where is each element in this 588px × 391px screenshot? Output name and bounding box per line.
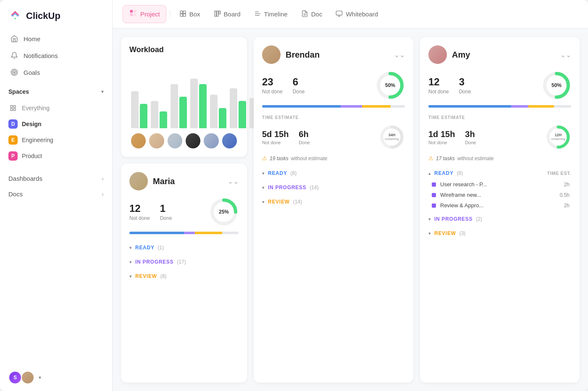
amy-not-done-label: Not done: [428, 89, 449, 95]
amy-done-number: 3: [459, 76, 471, 88]
amy-task-time-1: 2h: [564, 182, 570, 188]
maria-inprogress-header[interactable]: ▾ IN PROGRESS (17): [129, 256, 239, 268]
logo-area: ClickUp: [0, 0, 112, 30]
maria-review-header[interactable]: ▾ REVIEW (8): [129, 270, 239, 282]
svg-rect-9: [13, 108, 16, 111]
workload-title: Workload: [129, 45, 239, 54]
amy-d-time: 3h Done: [465, 129, 476, 145]
svg-rect-8: [10, 108, 13, 111]
tab-whiteboard[interactable]: Whiteboard: [330, 7, 384, 22]
tab-timeline[interactable]: Timeline: [248, 7, 294, 22]
docs-chevron-icon: ›: [102, 190, 104, 198]
sidebar-item-home[interactable]: Home: [5, 30, 107, 47]
amy-nd-time-label: Not done: [428, 140, 455, 145]
brendan-warning-tasks[interactable]: 19 tasks: [270, 156, 289, 161]
brendan-d-time-label: Done: [299, 140, 310, 145]
spaces-header: Spaces ▾: [8, 88, 104, 95]
docs-label: Docs: [8, 190, 23, 198]
maria-not-done: 12 Not done: [129, 203, 150, 221]
footer-chevron-icon[interactable]: ▾: [39, 375, 41, 380]
maria-ready-count: (1): [158, 245, 164, 251]
bar-green: [179, 97, 187, 128]
spaces-chevron-icon[interactable]: ▾: [101, 89, 104, 95]
dashboards-chevron-icon: ›: [102, 175, 104, 182]
amy-header: Amy ⌄⌄: [428, 45, 571, 64]
bar-gray: [230, 88, 237, 128]
brendan-name: Brendan: [286, 50, 320, 60]
tab-box[interactable]: Box: [173, 7, 206, 22]
maria-header: Maria ⌄⌄: [129, 172, 239, 190]
svg-rect-18: [215, 11, 216, 16]
dashboards-label: Dashboards: [8, 175, 42, 182]
bar-gray: [190, 79, 198, 128]
workload-chart: [129, 61, 239, 128]
sidebar-item-docs[interactable]: Docs ›: [0, 186, 112, 202]
svg-rect-20: [219, 11, 220, 14]
sidebar-item-everything[interactable]: Everything: [3, 100, 109, 116]
sidebar-item-notifications[interactable]: Notifications: [5, 47, 107, 64]
doc-tab-icon: [301, 10, 308, 18]
amy-inprogress-header[interactable]: ▾ IN PROGRESS (2): [428, 213, 571, 225]
amy-collapse-button[interactable]: ⌄⌄: [560, 51, 571, 59]
brendan-time-section: TIME ESTIMATE 5d 15h Not done 6h Done: [262, 115, 405, 150]
top-nav: Project Box Board Timeline Doc: [113, 0, 588, 29]
whiteboard-tab-icon: [336, 10, 343, 18]
brendan-collapse-button[interactable]: ⌄⌄: [394, 51, 405, 59]
engineering-label: Engineering: [22, 137, 53, 143]
amy-task-row-1[interactable]: User research - P... 2h: [430, 179, 571, 190]
maria-info: Maria: [129, 172, 175, 190]
home-icon: [10, 34, 18, 43]
brendan-ready-header[interactable]: ▾ READY (8): [262, 167, 405, 179]
user-avatar-s[interactable]: S: [8, 371, 22, 384]
sidebar-item-goals[interactable]: Goals: [5, 64, 107, 81]
user-avatar-secondary[interactable]: [21, 371, 34, 384]
timeline-tab-icon: [254, 10, 261, 18]
goals-label: Goals: [24, 69, 40, 76]
amy-time-label: TIME ESTIMATE: [428, 115, 571, 120]
brendan-done-label: Done: [293, 89, 305, 95]
maria-ready-header[interactable]: ▾ READY (1): [129, 242, 239, 254]
bar-green: [219, 108, 226, 128]
workload-avatar-2: [149, 133, 164, 148]
sidebar-item-product[interactable]: P Product: [3, 148, 109, 164]
amy-time-row: 1d 15h Not done 3h Done 12H remaining: [428, 124, 571, 150]
svg-rect-6: [10, 106, 13, 108]
amy-task-row-2[interactable]: Wireframe new... 0.5h: [430, 190, 571, 200]
tab-doc[interactable]: Doc: [295, 7, 328, 22]
svg-rect-13: [134, 13, 136, 16]
tab-divider-1: [170, 10, 170, 18]
svg-rect-17: [183, 14, 186, 16]
amy-task-row-3[interactable]: Review & Appro... 2h: [430, 200, 571, 211]
brendan-review-header[interactable]: ▾ REVIEW (14): [262, 196, 405, 208]
brendan-not-done-label: Not done: [262, 89, 283, 95]
brendan-nd-time-label: Not done: [262, 140, 289, 145]
sidebar-item-engineering[interactable]: E Engineering: [3, 132, 109, 148]
tab-project[interactable]: Project: [123, 5, 166, 23]
amy-warning-tasks[interactable]: 17 tasks: [436, 156, 455, 161]
doc-tab-label: Doc: [311, 11, 323, 18]
svg-rect-14: [180, 11, 183, 13]
brendan-progress-bar: [262, 105, 405, 108]
amy-review-header[interactable]: ▾ REVIEW (3): [428, 227, 571, 239]
bar-green: [239, 101, 246, 128]
amy-ready-header[interactable]: ▴ READY (8) TIME EST.: [428, 167, 571, 179]
workload-avatar-4: [186, 133, 200, 148]
sidebar-item-design[interactable]: D Design: [3, 116, 109, 132]
sidebar-item-dashboards[interactable]: Dashboards ›: [0, 171, 112, 186]
amy-task-name-2: Wireframe new...: [440, 192, 556, 198]
maria-collapse-button[interactable]: ⌄⌄: [228, 177, 239, 185]
brendan-warning: ⚠ 19 tasks without estimate: [262, 155, 405, 161]
maria-not-done-number: 12: [129, 203, 150, 214]
workload-avatar-5: [204, 133, 218, 148]
brendan-inprogress-header[interactable]: ▾ IN PROGRESS (14): [262, 182, 405, 193]
amy-info: Amy: [428, 45, 470, 64]
board-tab-icon: [214, 10, 221, 18]
board-tab-label: Board: [224, 11, 241, 18]
bar-group-1: [131, 91, 147, 128]
svg-rect-10: [130, 10, 133, 13]
tab-board[interactable]: Board: [208, 7, 247, 22]
avatar-s-label: S: [13, 375, 17, 380]
amy-warning-suffix: without estimate: [457, 156, 494, 161]
maria-inprogress-label: IN PROGRESS: [135, 259, 173, 265]
brendan-donut-label: 50%: [385, 82, 395, 88]
